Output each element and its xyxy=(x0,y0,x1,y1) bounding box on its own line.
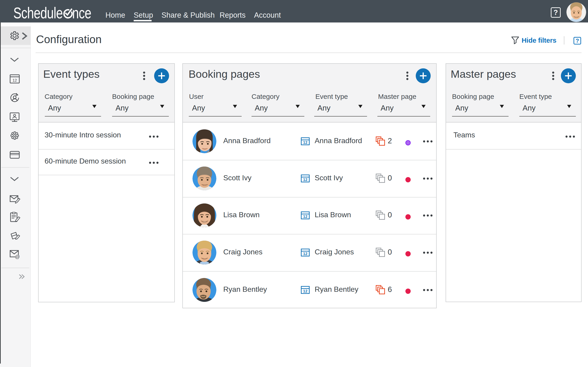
svg-text:12: 12 xyxy=(303,289,308,293)
svg-text:12: 12 xyxy=(303,215,308,219)
svg-text:12: 12 xyxy=(303,177,308,182)
svg-text:12: 12 xyxy=(303,140,308,145)
svg-text:12: 12 xyxy=(13,78,17,83)
svg-text:12: 12 xyxy=(303,252,308,256)
svg-text:@: @ xyxy=(15,254,20,259)
